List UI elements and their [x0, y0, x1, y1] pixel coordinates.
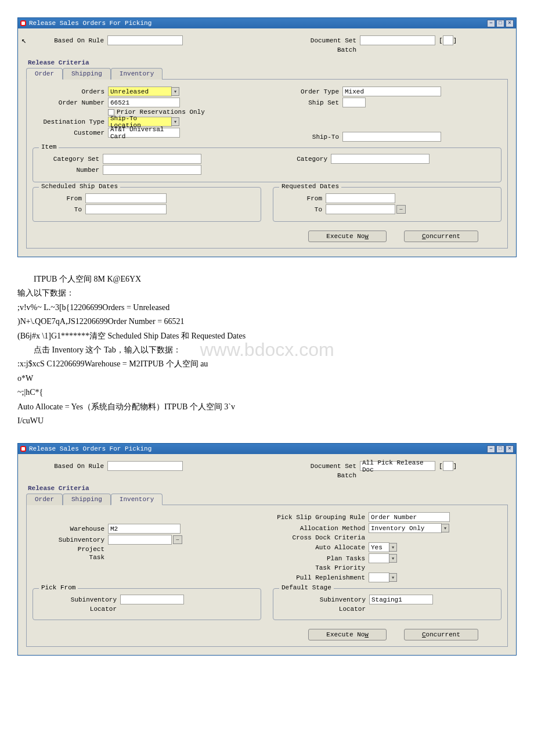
restore-button[interactable]: □ [496, 445, 504, 453]
text-line: Auto Allocate = Yes（系统自动分配物料）ITPUB 个人空间 … [17, 401, 517, 413]
bracket-close: ] [453, 463, 457, 470]
auto-allocate-dropdown-icon[interactable]: ▼ [389, 543, 397, 552]
item-group: Item Category Set Number [33, 147, 501, 182]
ship-to-field[interactable] [342, 132, 441, 142]
req-to-field[interactable] [326, 204, 395, 214]
ship-from-field[interactable] [85, 193, 167, 203]
tab-shipping[interactable]: Shipping [63, 68, 111, 80]
document-set-field[interactable]: All Pick Release Doc [360, 461, 435, 471]
plan-tasks-dropdown-icon[interactable]: ▼ [389, 554, 397, 563]
category-set-label: Category Set [39, 156, 103, 163]
based-on-rule-field[interactable] [107, 461, 183, 471]
req-to-lov-icon[interactable]: ⋯ [396, 205, 406, 214]
category-field[interactable] [331, 154, 430, 164]
subinventory-lov-icon[interactable]: ⋯ [173, 535, 182, 544]
ship-to-date-field[interactable] [85, 204, 167, 214]
document-set-field[interactable] [360, 35, 435, 45]
document-set-label: Document Set [273, 463, 360, 470]
customer-field[interactable]: AT&T Universal Card [108, 128, 180, 138]
text-line: :x:j$xcS C12206699Warehouse = M2ITPUB 个人… [17, 358, 517, 370]
subinventory-label: Subinventory [33, 537, 108, 543]
based-on-rule-field[interactable] [107, 35, 183, 45]
batch-label: Batch [273, 46, 360, 53]
tab-inventory[interactable]: Inventory [111, 68, 163, 80]
orders-dropdown-icon[interactable]: ▼ [171, 87, 179, 96]
default-stage-group: Default Stage Subinventory Staging1 Loca… [273, 588, 501, 620]
destination-dropdown-icon[interactable]: ▼ [171, 117, 179, 126]
pull-repl-dropdown-icon[interactable]: ▼ [389, 573, 397, 582]
destination-type-field[interactable]: Ship-To Location [108, 117, 172, 127]
window-release-sales-order-1: ↖ Release Sales Orders For Picking − □ ×… [17, 17, 517, 257]
window-release-sales-order-2: Release Sales Orders For Picking − □ × B… [17, 443, 517, 656]
close-button[interactable]: × [506, 445, 514, 453]
tab-order[interactable]: Order [26, 68, 63, 80]
ship-set-label: Ship Set [273, 99, 342, 106]
restore-button[interactable]: □ [496, 20, 504, 27]
based-on-rule-label: Based On Rule [26, 463, 107, 470]
req-from-field[interactable] [326, 193, 395, 203]
default-stage-title: Default Stage [279, 584, 334, 591]
category-set-field[interactable] [103, 154, 201, 164]
pull-repl-field[interactable] [369, 573, 389, 582]
pick-from-sub-field[interactable] [120, 595, 184, 604]
tab-shipping[interactable]: Shipping [63, 494, 111, 505]
req-to-label: To [279, 206, 326, 213]
text-line: ;v!v%~ L.~3[b{12206699Orders = Unrelease… [17, 301, 517, 314]
tab-content-order: Orders Unreleased ▼ Order Number 66521 P… [26, 80, 508, 249]
alloc-method-field[interactable]: Inventory Only [369, 523, 442, 533]
alloc-method-dropdown-icon[interactable]: ▼ [441, 524, 449, 532]
task-label: Task [33, 554, 108, 561]
plan-tasks-label: Plan Tasks [273, 555, 369, 562]
dff-field[interactable] [443, 461, 453, 471]
pick-from-loc-label: Locator [39, 606, 120, 613]
pick-slip-field[interactable]: Order Number [369, 512, 450, 522]
dff-field[interactable] [443, 35, 453, 45]
plan-tasks-field[interactable] [369, 553, 389, 563]
order-number-field[interactable]: 66521 [108, 98, 180, 107]
tab-inventory[interactable]: Inventory [111, 494, 163, 505]
bracket-open: [ [439, 37, 443, 44]
subinventory-field[interactable] [108, 535, 172, 545]
orders-field[interactable]: Unreleased [108, 87, 172, 96]
execute-now-button[interactable]: Execute Now [308, 629, 387, 640]
execute-now-button[interactable]: Execute Now [308, 231, 387, 242]
oracle-icon [20, 446, 26, 452]
document-text: www.bdocx.com ITPUB 个人空间 8M K@E6YX 输入以下数… [0, 263, 534, 437]
auto-allocate-label: Auto Allocate [273, 544, 369, 551]
alloc-method-label: Allocation Method [273, 525, 369, 532]
text-line: 点击 Inventory 这个 Tab，输入以下数据： [17, 344, 517, 357]
auto-allocate-field[interactable]: Yes [369, 542, 389, 552]
text-line: ~;|hC*{ [17, 386, 517, 399]
scheduled-ship-dates-title: Scheduled Ship Dates [39, 183, 120, 190]
customer-label: Customer [33, 129, 108, 136]
cross-dock-label: Cross Dock Criteria [273, 534, 369, 541]
tab-order[interactable]: Order [26, 494, 63, 505]
concurrent-button[interactable]: Concurrent [404, 629, 478, 640]
close-button[interactable]: × [506, 20, 514, 27]
window-title: Release Sales Orders For Picking [29, 20, 151, 27]
ship-from-label: From [39, 195, 85, 202]
item-number-label: Number [39, 167, 103, 174]
order-type-label: Order Type [273, 88, 342, 95]
warehouse-field[interactable]: M2 [108, 524, 181, 534]
stage-sub-field[interactable]: Staging1 [369, 595, 433, 604]
minimize-button[interactable]: − [487, 20, 495, 27]
task-priority-label: Task Priority [273, 564, 369, 571]
order-type-field[interactable]: Mixed [342, 87, 441, 96]
ship-set-field[interactable] [342, 98, 366, 107]
release-criteria-label: Release Criteria [28, 59, 508, 66]
pick-slip-label: Pick Slip Grouping Rule [273, 514, 369, 521]
cursor-icon: ↖ [21, 35, 26, 45]
req-from-label: From [279, 195, 326, 202]
requested-dates-title: Requested Dates [279, 183, 341, 190]
ship-to-label: Ship-To [273, 134, 342, 141]
scheduled-ship-dates-group: Scheduled Ship Dates From To [33, 187, 261, 222]
concurrent-button[interactable]: Concurrent [404, 231, 478, 242]
minimize-button[interactable]: − [487, 445, 495, 453]
pick-from-title: Pick From [39, 584, 78, 591]
order-number-label: Order Number [33, 99, 108, 106]
text-line: 输入以下数据： [17, 287, 517, 300]
text-line: ITPUB 个人空间 8M K@E6YX [17, 273, 517, 286]
text-line: I/cuWU [17, 415, 517, 427]
item-number-field[interactable] [103, 165, 201, 175]
